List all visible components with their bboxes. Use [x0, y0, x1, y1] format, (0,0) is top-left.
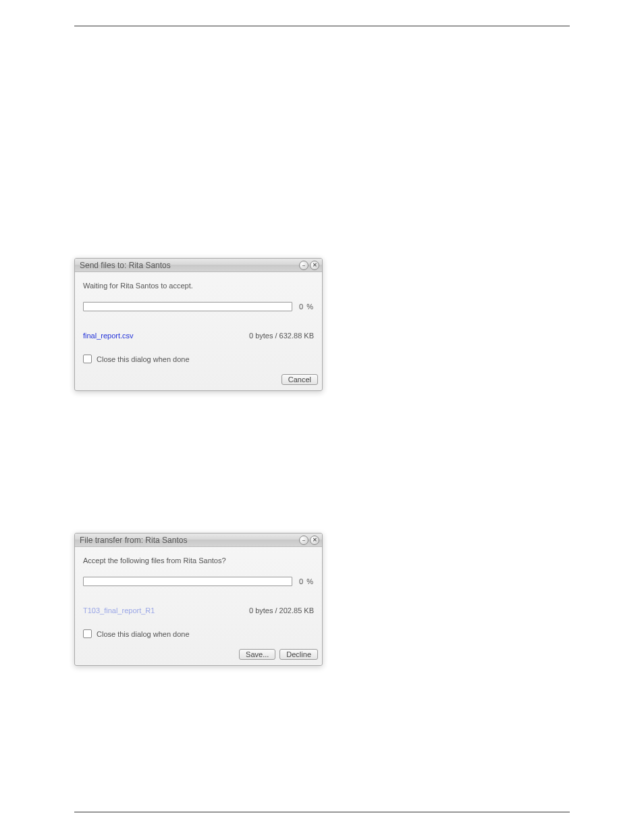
file-link[interactable]: final_report.csv [83, 332, 134, 340]
progress-bar [83, 302, 292, 311]
status-message: Accept the following files from Rita San… [83, 556, 314, 565]
header-rule [74, 26, 570, 26]
file-link[interactable]: T103_final_report_R1 [83, 606, 155, 615]
receive-files-dialog: File transfer from: Rita Santos – ✕ Acce… [74, 533, 323, 666]
dialog-title: File transfer from: Rita Santos [80, 536, 187, 545]
file-size: 0 bytes / 202.85 KB [249, 606, 314, 615]
dialog-titlebar[interactable]: Send files to: Rita Santos – ✕ [75, 259, 322, 272]
close-when-done-checkbox[interactable] [83, 355, 92, 363]
status-message: Waiting for Rita Santos to accept. [83, 282, 314, 290]
close-icon[interactable]: ✕ [310, 536, 319, 545]
progress-bar [83, 577, 292, 586]
close-when-done-checkbox[interactable] [83, 629, 92, 638]
progress-percent: 0 % [299, 303, 314, 311]
cancel-button[interactable]: Cancel [281, 374, 318, 385]
dialog-title: Send files to: Rita Santos [80, 261, 171, 270]
checkbox-label: Close this dialog when done [97, 630, 190, 638]
close-icon[interactable]: ✕ [310, 261, 319, 270]
save-button[interactable]: Save... [239, 649, 275, 660]
dialog-titlebar[interactable]: File transfer from: Rita Santos – ✕ [75, 533, 322, 547]
minimize-icon[interactable]: – [299, 536, 308, 545]
minimize-icon[interactable]: – [299, 261, 308, 270]
footer-rule [74, 812, 570, 812]
progress-percent: 0 % [299, 577, 314, 585]
file-size: 0 bytes / 632.88 KB [249, 332, 314, 340]
send-files-dialog: Send files to: Rita Santos – ✕ Waiting f… [74, 258, 323, 391]
checkbox-label: Close this dialog when done [97, 355, 190, 363]
decline-button[interactable]: Decline [279, 649, 318, 660]
